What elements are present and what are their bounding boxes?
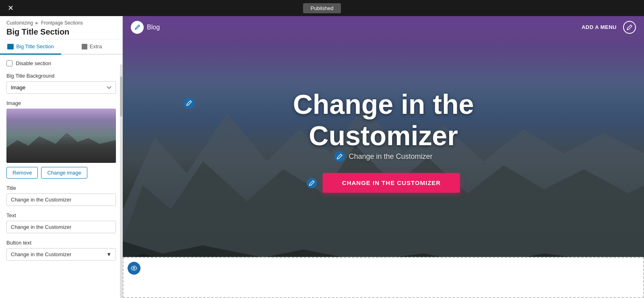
image-preview [6, 109, 116, 163]
breadcrumb-separator: ► [35, 20, 39, 26]
top-bar: ✕ Published [0, 0, 644, 16]
chevron-down-icon: ▼ [106, 251, 111, 257]
close-button[interactable]: ✕ [5, 2, 16, 14]
hero-cta-button[interactable]: CHANGE IN THE CUSTOMIZER [323, 173, 460, 193]
button-text-label: Button text [6, 240, 116, 246]
text-group: Text Change in the Customizer [6, 212, 116, 233]
breadcrumb: Customizing ► Frontpage Sections [6, 20, 116, 26]
bg-select[interactable]: Image Color Video [6, 81, 116, 94]
button-text-select[interactable]: Change in the Customizer ▼ [6, 248, 116, 261]
change-image-button[interactable]: Change image [41, 167, 87, 179]
remove-image-button[interactable]: Remove [6, 167, 38, 179]
nav-logo: Blog [131, 21, 160, 34]
tab-extra[interactable]: Extra [61, 39, 122, 55]
breadcrumb-section[interactable]: Frontpage Sections [41, 20, 83, 26]
sidebar-section-title: Big Title Section [6, 27, 116, 37]
hero-section: Blog ADD A MENU [123, 16, 644, 273]
preview-area: Blog ADD A MENU [123, 16, 644, 298]
nav-logo-text: Blog [147, 24, 160, 31]
tab-big-title-section[interactable]: Big Title Section [0, 39, 61, 55]
eye-visibility-button[interactable] [128, 262, 140, 275]
hero-title: Change in theCustomizer [293, 88, 474, 151]
sidebar: Customizing ► Frontpage Sections Big Tit… [0, 16, 123, 298]
edit-nav-icon [627, 25, 632, 30]
logo-icon [131, 21, 144, 34]
bg-label: Big Title Background [6, 73, 116, 79]
scroll-track [120, 64, 122, 298]
pencil-icon [186, 100, 192, 106]
image-group: Image Remove Change image [6, 100, 116, 179]
hero-subtitle: Change in the Customizer [349, 152, 432, 161]
hero-subtitle-edit-badge[interactable] [334, 152, 345, 162]
button-text-value: Change in the Customizer [11, 251, 71, 257]
image-buttons: Remove Change image [6, 167, 116, 179]
hero-navbar: Blog ADD A MENU [123, 16, 644, 38]
eye-icon [131, 265, 137, 271]
tab-extra-label: Extra [90, 43, 102, 49]
image-label: Image [6, 100, 116, 106]
sidebar-tabs: Big Title Section Extra [0, 39, 122, 55]
disable-section-row: Disable section [6, 60, 116, 66]
title-input[interactable]: Change in the Customizer [6, 193, 116, 206]
pencil-btn-icon [309, 180, 315, 186]
tab-big-title-label: Big Title Section [16, 43, 54, 49]
disable-section-checkbox[interactable] [6, 60, 12, 66]
published-badge: Published [303, 3, 341, 13]
hero-btn-edit-badge[interactable] [307, 178, 317, 188]
bg-group: Big Title Background Image Color Video [6, 73, 116, 94]
button-text-group: Button text Change in the Customizer ▼ [6, 240, 116, 261]
hero-content: Change in theCustomizer Change in the Cu… [201, 88, 566, 193]
main-layout: Customizing ► Frontpage Sections Big Tit… [0, 16, 644, 298]
sidebar-header: Customizing ► Frontpage Sections Big Tit… [0, 16, 122, 39]
hero-bottom-section [123, 257, 644, 298]
hero-title-wrapper: Change in theCustomizer [201, 88, 566, 151]
pencil-subtitle-icon [336, 154, 342, 160]
hero-btn-wrapper: CHANGE IN THE CUSTOMIZER [201, 173, 566, 193]
tab-icon-big-title [7, 44, 14, 49]
sidebar-content: Disable section Big Title Background Ima… [0, 55, 122, 298]
tab-icon-extra [82, 44, 87, 49]
pencil-logo-icon [134, 24, 140, 31]
text-label: Text [6, 212, 116, 218]
hero-title-edit-badge[interactable] [183, 97, 194, 109]
svg-point-4 [133, 267, 135, 269]
text-input[interactable]: Change in the Customizer [6, 221, 116, 233]
nav-edit-button[interactable] [623, 21, 636, 34]
title-label: Title [6, 185, 116, 191]
disable-section-label: Disable section [16, 60, 51, 66]
scroll-thumb [120, 76, 122, 117]
add-menu-button[interactable]: ADD A MENU [582, 24, 617, 30]
hero-subtitle-wrapper: Change in the Customizer [201, 152, 566, 162]
title-group: Title Change in the Customizer [6, 185, 116, 206]
breadcrumb-customizing[interactable]: Customizing [6, 20, 33, 26]
